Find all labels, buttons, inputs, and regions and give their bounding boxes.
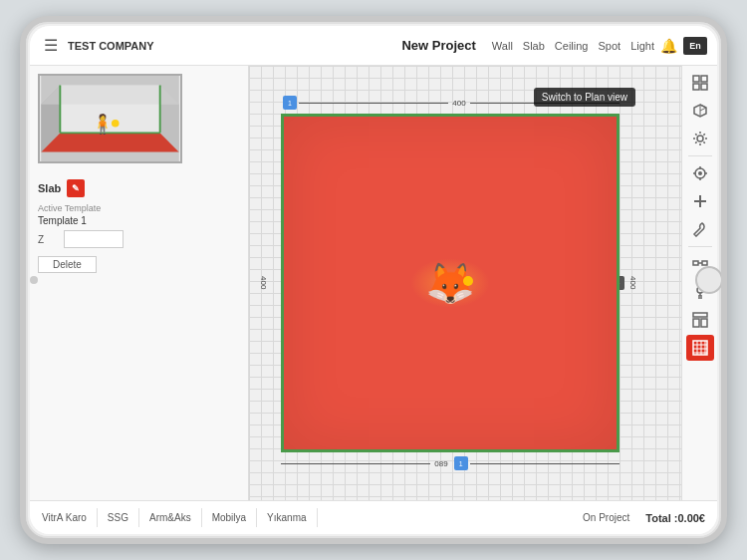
measure-top-value: 400 [448, 99, 469, 108]
bottom-bar: VitrA Karo SSG Arm&Aks Mobilya Yıkanma O… [30, 500, 717, 534]
on-project-label: On Project [583, 512, 629, 523]
measure-right-value: 400 [624, 276, 641, 289]
home-button[interactable] [695, 266, 723, 294]
nav-spot[interactable]: Spot [599, 40, 622, 52]
svg-point-10 [112, 120, 120, 128]
toolbar-target[interactable] [686, 160, 714, 186]
svg-rect-13 [693, 84, 699, 90]
measure-line-bottom-left [281, 463, 430, 464]
main-content: 🧍 Slab ✎ Active Template Template 1 Z [30, 66, 717, 500]
toolbar-settings[interactable] [686, 126, 714, 151]
nav-wall[interactable]: Wall [492, 40, 513, 52]
tab-mobilya[interactable]: Mobilya [202, 508, 257, 527]
toolbar-add[interactable] [686, 188, 714, 214]
project-title: New Project [401, 38, 475, 53]
language-selector[interactable]: En [683, 37, 707, 55]
active-template-label: Active Template [38, 203, 240, 213]
bottom-tabs: VitrA Karo SSG Arm&Aks Mobilya Yıkanma [42, 508, 583, 527]
z-input[interactable] [64, 230, 124, 248]
svg-text:🧍: 🧍 [91, 113, 115, 136]
bottom-marker: 1 [454, 456, 468, 470]
edit-icon[interactable]: ✎ [67, 179, 85, 197]
switch-plan-tooltip[interactable]: Switch to Plan view [534, 88, 635, 107]
total-label: Total :0.00€ [645, 512, 705, 524]
svg-rect-36 [701, 319, 707, 327]
toolbar-grid-view[interactable] [686, 70, 714, 96]
z-row: Z [38, 230, 240, 248]
left-panel: 🧍 Slab ✎ Active Template Template 1 Z [30, 66, 249, 500]
measure-bottom: 089 1 [281, 456, 620, 470]
svg-rect-12 [701, 76, 707, 82]
measure-line-top-left [299, 103, 448, 104]
measure-left-value: 400 [259, 276, 268, 289]
bell-icon[interactable]: 🔔 [660, 38, 677, 54]
svg-rect-27 [693, 261, 698, 265]
floor-plan-wrapper: 1 400 089 1 [281, 114, 620, 452]
company-name: TEST COMPANY [68, 40, 395, 52]
canvas-area: Switch to Plan view 1 400 [249, 66, 681, 500]
3d-preview: 🧍 [38, 74, 182, 163]
tab-vitra-karo[interactable]: VitrA Karo [42, 508, 98, 527]
toolbar-divider-1 [688, 155, 712, 156]
toolbar-texture[interactable] [686, 335, 714, 361]
measure-left: 400 [259, 114, 268, 452]
properties-title: Slab ✎ [38, 179, 240, 197]
tablet-frame: ☰ TEST COMPANY New Project Wall Slab Cei… [20, 16, 727, 544]
toolbar-layout[interactable] [686, 307, 714, 333]
delete-button[interactable]: Delete [38, 256, 97, 273]
svg-marker-5 [41, 86, 179, 105]
toolbar-wrench[interactable] [686, 216, 714, 242]
screen: ☰ TEST COMPANY New Project Wall Slab Cei… [30, 26, 717, 534]
measure-bottom-value: 089 [430, 459, 451, 468]
svg-rect-14 [701, 84, 707, 90]
nav-light[interactable]: Light [630, 40, 654, 52]
top-marker: 1 [283, 96, 297, 110]
template-value: Template 1 [38, 215, 240, 226]
z-label: Z [38, 234, 58, 245]
tab-armaks[interactable]: Arm&Aks [139, 508, 202, 527]
nav-links: Wall Slab Ceiling Spot Light [492, 40, 654, 52]
toolbar-divider-2 [688, 246, 712, 247]
svg-rect-28 [702, 261, 707, 265]
floor-plan[interactable]: 🦊 [281, 114, 620, 452]
section-title-label: Slab [38, 182, 61, 194]
svg-point-20 [698, 171, 702, 175]
floor-plan-container: 1 400 089 1 [259, 86, 641, 480]
tab-ssg[interactable]: SSG [98, 508, 139, 527]
nav-slab[interactable]: Slab [523, 40, 545, 52]
menu-icon[interactable]: ☰ [40, 36, 62, 55]
tab-yikanma[interactable]: Yıkanma [257, 508, 317, 527]
svg-marker-1 [41, 133, 179, 151]
properties-panel: Slab ✎ Active Template Template 1 Z Dele… [30, 171, 248, 500]
svg-rect-11 [693, 76, 699, 82]
svg-rect-34 [693, 313, 707, 317]
toolbar-3d-view[interactable] [686, 98, 714, 124]
nav-ceiling[interactable]: Ceiling [555, 40, 589, 52]
navbar: ☰ TEST COMPANY New Project Wall Slab Cei… [30, 26, 717, 66]
left-indicator [30, 276, 38, 284]
measure-line-bottom-right [470, 463, 620, 464]
svg-rect-35 [693, 319, 699, 327]
svg-point-18 [697, 136, 703, 141]
